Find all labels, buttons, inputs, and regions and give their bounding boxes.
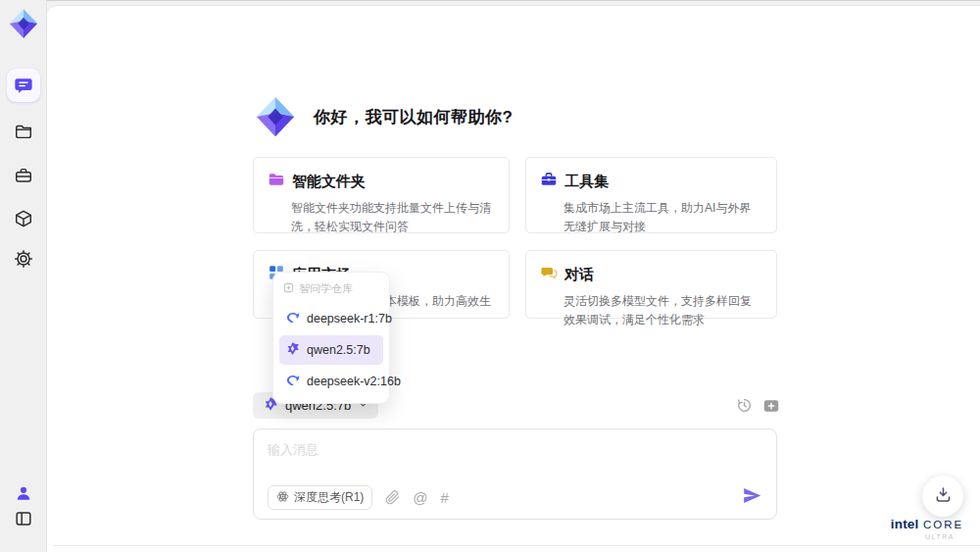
intel-wordmark: intel	[891, 517, 919, 531]
history-icon[interactable]	[735, 396, 754, 415]
atom-icon	[276, 490, 289, 506]
sidebar	[0, 0, 47, 552]
sidebar-item-collapse[interactable]	[7, 502, 40, 535]
deep-think-label: 深度思考(R1)	[294, 489, 364, 506]
panel-icon	[14, 509, 33, 528]
dialog-icon	[540, 264, 558, 285]
toolset-icon	[540, 171, 558, 192]
deepseek-icon	[285, 373, 300, 390]
new-window-icon[interactable]	[761, 396, 780, 415]
deepseek-icon	[285, 310, 300, 327]
card-description: 灵活切换多模型文件，支持多样回复效果调试，满足个性化需求	[564, 292, 762, 328]
core-wordmark: CORE	[923, 519, 963, 530]
sidebar-item-chat[interactable]	[7, 69, 40, 102]
model-option-deepseek-r1[interactable]: deepseek-r1:7b	[279, 304, 383, 333]
card-description: 集成市场上主流工具，助力AI与外界无缝扩展与对接	[564, 199, 762, 235]
greeting-text: 你好，我可以如何帮助你?	[314, 106, 513, 128]
paperclip-icon[interactable]	[385, 490, 400, 505]
settings-icon	[14, 249, 33, 269]
assistant-gem-icon	[253, 94, 298, 139]
folder-icon	[14, 122, 33, 141]
window-top-edge	[47, 0, 980, 1]
card-toolset[interactable]: 工具集 集成市场上主流工具，助力AI与外界无缝扩展与对接	[525, 157, 777, 233]
card-title: 工具集	[564, 173, 609, 191]
app-logo-gem-icon	[7, 7, 40, 40]
model-dropdown: 智问学仓库 deepseek-r1:7b qwen2.5:7b	[272, 272, 390, 404]
model-option-deepseek-v2[interactable]: deepseek-v2:16b	[279, 367, 383, 396]
composer-toolbar: 深度思考(R1) @ #	[268, 485, 762, 510]
card-smart-folder[interactable]: 智能文件夹 智能文件夹功能支持批量文件上传与清洗，轻松实现文件问答	[253, 157, 510, 233]
chat-toolbar	[735, 396, 780, 415]
model-dropdown-header-label: 智问学仓库	[299, 281, 353, 296]
intel-core-logo: intel CORE ULTRA	[886, 515, 968, 540]
sidebar-item-settings[interactable]	[7, 242, 40, 276]
toolbox-icon	[14, 166, 33, 185]
card-description: 智能文件夹功能支持批量文件上传与清洗，轻松实现文件问答	[291, 199, 495, 235]
at-icon[interactable]: @	[413, 489, 427, 506]
greeting-row: 你好，我可以如何帮助你?	[253, 94, 513, 139]
model-option-label: deepseek-v2:16b	[307, 375, 401, 388]
message-composer: 深度思考(R1) @ #	[253, 428, 777, 520]
repo-icon	[283, 282, 294, 295]
sidebar-item-models[interactable]	[7, 202, 40, 235]
chat-icon	[14, 75, 33, 95]
deep-think-toggle[interactable]: 深度思考(R1)	[268, 485, 372, 510]
qwen-icon	[285, 341, 300, 359]
model-option-label: deepseek-r1:7b	[307, 312, 392, 326]
cube-icon	[14, 209, 33, 228]
smart-folder-icon	[268, 171, 285, 192]
sidebar-item-tools[interactable]	[7, 159, 40, 192]
download-icon	[934, 485, 953, 508]
model-option-label: qwen2.5:7b	[307, 343, 370, 357]
card-title: 智能文件夹	[292, 173, 366, 191]
message-input[interactable]	[254, 429, 776, 480]
sidebar-item-files[interactable]	[7, 115, 40, 148]
content-bottom-divider	[54, 545, 980, 546]
model-dropdown-header: 智问学仓库	[279, 279, 383, 302]
download-fab[interactable]	[922, 476, 963, 517]
user-icon	[14, 483, 33, 503]
send-button[interactable]	[742, 485, 762, 510]
hash-icon[interactable]: #	[441, 489, 449, 506]
card-dialog[interactable]: 对话 灵活切换多模型文件，支持多样回复效果调试，满足个性化需求	[525, 250, 777, 319]
ultra-wordmark: ULTRA	[886, 533, 968, 540]
send-icon	[742, 485, 762, 510]
card-title: 对话	[564, 266, 594, 284]
model-option-qwen[interactable]: qwen2.5:7b	[279, 335, 383, 365]
